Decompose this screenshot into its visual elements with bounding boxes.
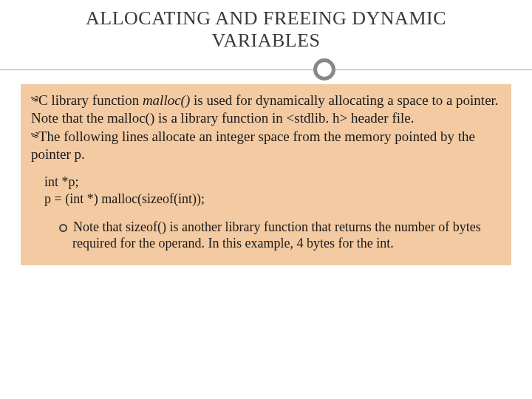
code-block: int *p; p = (int *) malloc(sizeof(int)); xyxy=(44,174,501,208)
sub-bullet-1-text: Note that sizeof() is another library fu… xyxy=(72,219,481,251)
bullet-2-text: The following lines allocate an integer … xyxy=(31,129,475,162)
bullet-item-1: ༄C library function malloc() is used for… xyxy=(31,92,501,127)
sub-bullet-1: Note that sizeof() is another library fu… xyxy=(59,219,501,252)
circle-bullet-icon xyxy=(59,224,67,232)
bullet-1-emphasis: malloc() xyxy=(143,92,190,108)
title-divider xyxy=(0,58,532,81)
divider-circle-icon xyxy=(313,58,335,81)
code-line-1: int *p; xyxy=(44,174,501,191)
swirl-icon: ༄ xyxy=(31,92,38,108)
bullet-1-text-pre: C library function xyxy=(38,92,143,108)
slide: ALLOCATING AND FREEING DYNAMIC VARIABLES… xyxy=(0,0,532,399)
bullet-item-2: ༄The following lines allocate an integer… xyxy=(31,128,501,163)
divider-line xyxy=(0,69,532,70)
code-line-2: p = (int *) malloc(sizeof(int)); xyxy=(44,191,501,208)
swirl-icon: ༄ xyxy=(31,129,38,144)
content-box: ༄C library function malloc() is used for… xyxy=(21,84,511,265)
slide-title: ALLOCATING AND FREEING DYNAMIC VARIABLES xyxy=(0,0,532,56)
